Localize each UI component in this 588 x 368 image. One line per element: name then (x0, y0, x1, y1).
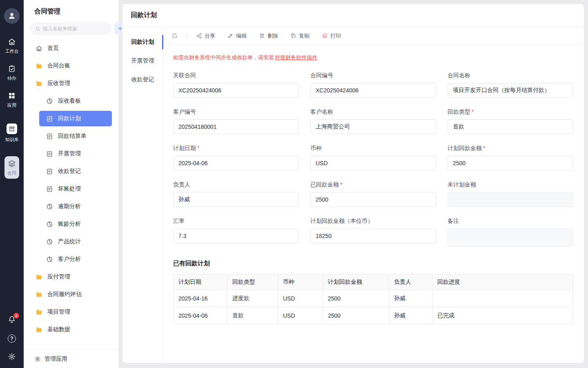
folder-icon (36, 80, 42, 87)
menu-item-label: 应付管理 (47, 273, 70, 280)
field-label: 未计划金额 (448, 181, 476, 188)
field-unplanned-amount: 未计划金额 (448, 181, 573, 207)
field-label: 负责人 (173, 181, 190, 188)
field-remark: 备注 (448, 218, 573, 247)
pie-chart-icon (46, 98, 53, 105)
search-icon (35, 26, 40, 31)
print-label: 打印 (330, 32, 341, 40)
field-label: 备注 (448, 218, 459, 224)
sidebar-item-bad-debt[interactable]: 坏账处理 (39, 181, 112, 197)
col-payment-type: 回款类型 (227, 274, 278, 290)
field-label: 币种 (310, 145, 322, 151)
plan-amount-input[interactable]: 2500 (448, 156, 573, 171)
menu-item-label: 回款结算单 (58, 132, 87, 140)
form-icon (46, 186, 53, 193)
copy-button[interactable]: 复制 (290, 32, 310, 40)
cell-progress: 已完成 (432, 307, 573, 324)
delete-button[interactable]: 删除 (259, 32, 278, 40)
sidebar-item-product-stats[interactable]: 产品统计 (39, 234, 112, 249)
table-row[interactable]: 2025-04-16 进度款 USD 2500 孙威 (174, 290, 573, 307)
sidebar-item-receivable-mgmt[interactable]: 应收管理 (30, 76, 112, 91)
currency-input[interactable]: USD (310, 156, 436, 171)
sidebar-item-payment-settlement[interactable]: 回款结算单 (39, 128, 112, 144)
avatar[interactable] (4, 8, 20, 24)
detail-scroll-area[interactable]: 如需在财务系统中同步生成收款单，请安装对接财务软件插件 关联合同 XC20250… (163, 45, 584, 363)
cell-plan-date: 2025-04-06 (174, 307, 227, 324)
pie-chart-icon (46, 238, 53, 245)
clipboard-check-icon (8, 65, 16, 73)
sidebar-item-base-data[interactable]: 基础数据 (30, 322, 112, 337)
rail-item-label: 合同 (7, 170, 16, 176)
help-button[interactable]: ? (8, 334, 16, 343)
sidebar-item-project-mgmt[interactable]: 项目管理 (30, 304, 112, 320)
col-owner: 负责人 (389, 274, 432, 290)
plan-amount-base-input[interactable]: 18250 (310, 229, 436, 243)
sidebar-item-contract-evaluation[interactable]: 合同履约评估 (30, 287, 112, 302)
remark-input[interactable] (448, 229, 573, 247)
manage-app-button[interactable]: 管理应用 (24, 349, 118, 368)
cell-payment-type: 进度款 (227, 290, 278, 307)
sidebar-item-home[interactable]: 首页 (30, 40, 112, 56)
customer-name-input[interactable]: 上海商贸公司 (310, 119, 436, 134)
tab-invoice-mgmt[interactable]: 开票管理 (122, 52, 163, 70)
print-icon (322, 33, 328, 39)
sidebar-item-customer-analysis[interactable]: 客户分析 (39, 251, 112, 267)
unplanned-amount-input[interactable] (448, 192, 573, 207)
plan-date-input[interactable]: 2025-04-06 (173, 156, 299, 171)
pie-chart-icon (46, 203, 53, 210)
doc-export-icon (172, 33, 178, 39)
field-label: 计划回款金额（本位币） (310, 218, 373, 224)
contract-name-input[interactable]: 项目开发开口合同（按每月结算付款） (448, 83, 573, 98)
sidebar-menu: 首页 合同台账 应收管理 应收看板 回款计划 回款结算单 (24, 40, 118, 349)
menu-item-label: 应收管理 (47, 80, 70, 87)
rail-item-todo[interactable]: 待办 (7, 65, 16, 81)
field-plan-amount: 计划回款金额* 2500 (448, 145, 573, 171)
notifications-button[interactable]: 9 (8, 315, 16, 325)
tab-label: 收款登记 (131, 76, 154, 83)
menu-item-label: 项目管理 (47, 308, 70, 316)
pie-chart-icon (46, 221, 53, 228)
search-input[interactable] (43, 26, 106, 31)
contract-no-input[interactable]: XC20250424006 (310, 83, 436, 98)
tab-payment-plan[interactable]: 回款计划 (122, 33, 163, 52)
field-label: 汇率 (173, 218, 185, 224)
payment-type-input[interactable]: 首款 (448, 119, 573, 134)
rail-item-workbench[interactable]: 工作台 (5, 38, 19, 54)
cell-plan-amount: 2500 (323, 307, 389, 324)
rail-item-apps[interactable]: 应用 (7, 92, 16, 108)
received-amount-input[interactable]: 2500 (310, 192, 436, 207)
customer-no-input[interactable]: 202504180001 (173, 119, 299, 134)
menu-item-label: 回款计划 (58, 115, 81, 122)
menu-item-label: 开票管理 (58, 150, 81, 157)
sidebar-item-payment-plan[interactable]: 回款计划 (39, 111, 112, 126)
search-box[interactable] (30, 22, 111, 35)
doc-export-button[interactable] (172, 33, 178, 39)
rail-item-contract[interactable]: 合同 (4, 156, 19, 179)
sidebar-item-invoice-mgmt[interactable]: 开票管理 (39, 146, 112, 162)
print-button[interactable]: 打印 (322, 32, 341, 40)
owner-input[interactable]: 孙威 (173, 192, 299, 207)
field-label: 关联合同 (173, 72, 196, 79)
exchange-rate-input[interactable]: 7.3 (173, 229, 299, 243)
sidebar-item-payable-mgmt[interactable]: 应付管理 (30, 269, 112, 285)
main-content: 回款计划 回款计划 开票管理 收款登记 (118, 0, 588, 368)
finance-plugin-link[interactable]: 对接财务软件插件 (275, 54, 317, 61)
col-plan-date: 计划日期 (174, 274, 227, 290)
field-plan-amount-base: 计划回款金额（本位币） 18250 (310, 218, 436, 247)
sidebar-item-aging-analysis[interactable]: 账龄分析 (39, 216, 112, 232)
sidebar-item-overdue-analysis[interactable]: 逾期分析 (39, 199, 112, 214)
folder-icon (36, 274, 42, 280)
tab-receipt-register[interactable]: 收款登记 (122, 70, 163, 89)
sidebar-item-contract-ledger[interactable]: 合同台账 (30, 58, 112, 74)
share-button[interactable]: 分享 (196, 32, 215, 40)
gear-icon (8, 352, 16, 361)
table-row[interactable]: 2025-04-06 首款 USD 2500 孙威 已完成 (174, 307, 573, 324)
edit-button[interactable]: 编辑 (227, 32, 247, 40)
settings-button[interactable] (8, 352, 16, 361)
field-customer-no: 客户编号 202504180001 (173, 108, 299, 134)
sidebar-item-receivable-board[interactable]: 应收看板 (39, 93, 112, 109)
sidebar-item-receipt-register[interactable]: 收款登记 (39, 164, 112, 179)
field-label: 合同编号 (310, 72, 333, 79)
rail-item-knowledge-base[interactable]: 知识库 (5, 123, 19, 143)
related-contract-input[interactable]: XC20250424006 (173, 83, 299, 98)
